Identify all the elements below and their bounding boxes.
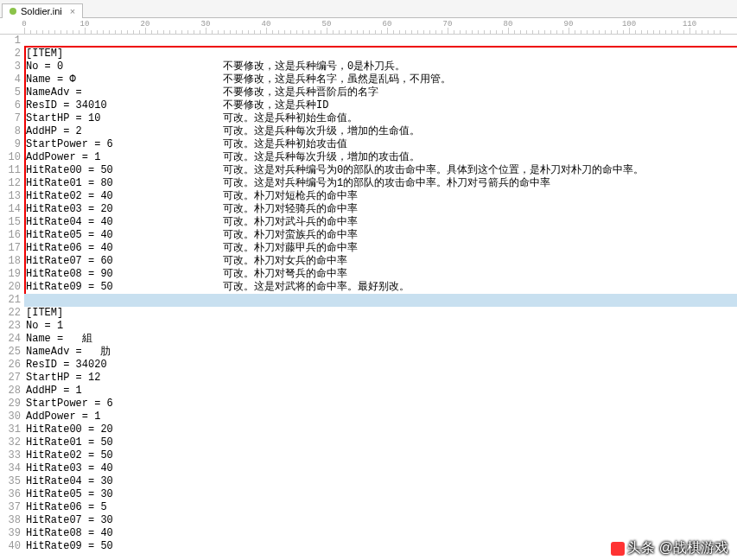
code-line[interactable]: HitRate05 = 30 (24, 488, 737, 501)
code-line[interactable]: No = 0不要修改，这是兵种编号，0是朴刀兵。 (24, 60, 737, 73)
code-line[interactable]: StartPower = 6 (24, 398, 737, 410)
config-comment: 不要修改，这是兵种ID (223, 99, 328, 112)
config-comment: 可改。这是兵种每次升级，增加的生命值。 (223, 125, 420, 138)
line-number: 34 (0, 462, 21, 475)
editor[interactable]: 1234567891011121314151617181920212223242… (0, 35, 737, 560)
code-line[interactable]: AddPower = 1可改。这是兵种每次升级，增加的攻击值。 (24, 151, 737, 164)
file-modified-icon (10, 8, 16, 15)
config-key: HitRate03 = 40 (26, 462, 113, 475)
line-number: 15 (0, 216, 21, 229)
line-number: 32 (0, 436, 21, 449)
config-comment: 可改。朴刀对蛮族兵的命中率 (223, 229, 358, 242)
line-number: 25 (0, 346, 21, 359)
code-line[interactable]: AddHP = 1 (24, 385, 737, 398)
code-line[interactable]: ResID = 34020 (24, 359, 737, 372)
code-line[interactable]: Name = Φ不要修改，这是兵种名字，虽然是乱码，不用管。 (24, 73, 737, 86)
code-line[interactable]: HitRate05 = 40可改。朴刀对蛮族兵的命中率 (24, 229, 737, 242)
code-line[interactable] (24, 35, 737, 48)
line-number: 36 (0, 488, 21, 501)
code-line[interactable]: HitRate01 = 50 (24, 436, 737, 449)
code-line[interactable]: ResID = 34010不要修改，这是兵种ID (24, 99, 737, 112)
code-line[interactable]: [ITEM] (24, 307, 737, 320)
config-comment: 可改。朴刀对武斗兵的命中率 (223, 216, 358, 229)
config-comment: 不要修改，这是兵种名字，虽然是乱码，不用管。 (223, 73, 451, 86)
tab-soldier-ini[interactable]: Soldier.ini × (2, 3, 83, 18)
line-number: 14 (0, 203, 21, 216)
code-line[interactable]: StartPower = 6可改。这是兵种初始攻击值 (24, 138, 737, 151)
code-line[interactable]: HitRate02 = 40可改。朴刀对短枪兵的命中率 (24, 190, 737, 203)
code-line[interactable]: HitRate03 = 20可改。朴刀对轻骑兵的命中率 (24, 203, 737, 216)
code-line[interactable]: No = 1 (24, 320, 737, 333)
line-number: 1 (0, 35, 21, 48)
code-line[interactable]: AddPower = 1 (24, 410, 737, 423)
watermark-text: 头条 @战棋游戏 (627, 539, 728, 557)
watermark: 头条 @战棋游戏 (611, 539, 728, 557)
code-line[interactable]: HitRate08 = 90可改。朴刀对弩兵的命中率 (24, 268, 737, 281)
code-line[interactable]: HitRate07 = 30 (24, 514, 737, 527)
config-key: HitRate00 = 20 (26, 423, 113, 436)
code-line[interactable] (24, 294, 737, 307)
line-number: 12 (0, 177, 21, 190)
line-number: 23 (0, 320, 21, 333)
config-key: NameAdv = 肋 (26, 346, 111, 359)
line-number: 8 (0, 125, 21, 138)
line-number: 20 (0, 281, 21, 294)
line-number: 18 (0, 255, 21, 268)
code-line[interactable]: HitRate08 = 40 (24, 527, 737, 540)
code-line[interactable]: HitRate06 = 5 (24, 501, 737, 514)
code-line[interactable]: StartHP = 12 (24, 372, 737, 385)
code-line[interactable]: HitRate02 = 50 (24, 449, 737, 462)
code-line[interactable]: NameAdv =不要修改，这是兵种晋阶后的名字 (24, 86, 737, 99)
line-number: 22 (0, 307, 21, 320)
line-number: 4 (0, 73, 21, 86)
line-number: 9 (0, 138, 21, 151)
config-key: HitRate09 = 50 (26, 281, 113, 294)
code-line[interactable]: HitRate06 = 40可改。朴刀对藤甲兵的命中率 (24, 242, 737, 255)
code-line[interactable]: HitRate04 = 30 (24, 475, 737, 488)
code-line[interactable]: StartHP = 10可改。这是兵种初始生命值。 (24, 112, 737, 125)
config-key: No = 1 (26, 320, 63, 333)
code-line[interactable]: HitRate01 = 80可改。这是对兵种编号为1的部队的攻击命中率。朴刀对弓… (24, 177, 737, 190)
line-number: 27 (0, 372, 21, 385)
config-key: HitRate01 = 50 (26, 436, 113, 449)
config-comment: 可改。朴刀对弩兵的命中率 (223, 268, 347, 281)
code-line[interactable]: NameAdv = 肋 (24, 346, 737, 359)
line-number: 29 (0, 398, 21, 410)
code-line[interactable]: AddHP = 2可改。这是兵种每次升级，增加的生命值。 (24, 125, 737, 138)
config-key: No = 0 (26, 60, 63, 73)
config-key: AddHP = 2 (26, 125, 82, 138)
line-number: 6 (0, 99, 21, 112)
config-key: HitRate06 = 40 (26, 242, 113, 255)
config-comment: 不要修改，这是兵种编号，0是朴刀兵。 (223, 60, 405, 73)
config-key: Name = 組 (26, 333, 92, 346)
config-key: AddHP = 1 (26, 385, 82, 398)
code-line[interactable]: HitRate09 = 50可改。这是对武将的命中率。最好别改。 (24, 281, 737, 294)
code-line[interactable]: HitRate04 = 40可改。朴刀对武斗兵的命中率 (24, 216, 737, 229)
code-line[interactable]: HitRate00 = 50可改。这是对兵种编号为0的部队的攻击命中率。具体到这… (24, 164, 737, 177)
config-key: Name = Φ (26, 73, 76, 86)
config-key: StartHP = 10 (26, 112, 100, 125)
code-line[interactable]: HitRate00 = 20 (24, 423, 737, 436)
code-line[interactable]: HitRate07 = 60可改。朴刀对女兵的命中率 (24, 255, 737, 268)
line-number: 37 (0, 501, 21, 514)
config-comment: 可改。这是兵种初始生命值。 (223, 112, 358, 125)
line-number: 16 (0, 229, 21, 242)
line-number: 35 (0, 475, 21, 488)
config-comment: 可改。朴刀对轻骑兵的命中率 (223, 203, 358, 216)
line-number: 26 (0, 359, 21, 372)
config-comment: 可改。这是兵种每次升级，增加的攻击值。 (223, 151, 420, 164)
config-key: HitRate02 = 50 (26, 449, 113, 462)
code-line[interactable]: [ITEM] (24, 48, 737, 60)
line-number: 7 (0, 112, 21, 125)
config-comment: 可改。朴刀对藤甲兵的命中率 (223, 242, 358, 255)
code-area[interactable]: [ITEM]No = 0不要修改，这是兵种编号，0是朴刀兵。Name = Φ不要… (24, 35, 737, 560)
config-key: HitRate07 = 60 (26, 255, 113, 268)
config-key: [ITEM] (26, 48, 63, 60)
config-key: StartPower = 6 (26, 138, 113, 151)
config-key: ResID = 34010 (26, 99, 107, 112)
code-line[interactable]: Name = 組 (24, 333, 737, 346)
config-key: HitRate08 = 40 (26, 527, 113, 540)
config-key: ResID = 34020 (26, 359, 107, 372)
close-icon[interactable]: × (70, 6, 75, 16)
code-line[interactable]: HitRate03 = 40 (24, 462, 737, 475)
